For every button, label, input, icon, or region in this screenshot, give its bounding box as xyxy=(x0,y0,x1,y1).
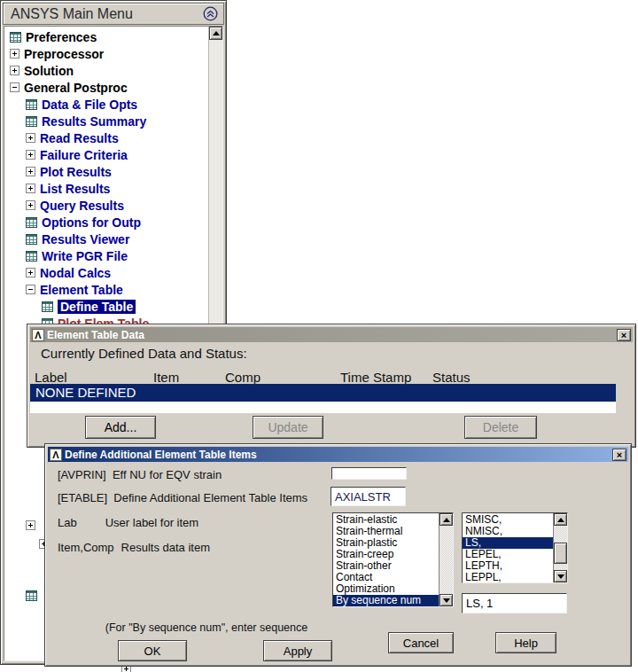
define-element-table-items-dialog: Λ Define Additional Element Table Items … xyxy=(44,443,632,667)
scroll-up-button[interactable] xyxy=(440,513,453,526)
list-item[interactable]: LEPPL, xyxy=(463,572,553,582)
comp-listbox[interactable]: SMISC, NMISC, LS, LEPEL, LEPTH, LEPPL, xyxy=(462,512,568,583)
expand-icon[interactable] xyxy=(26,133,35,143)
dialog1-titlebar[interactable]: Λ Element Table Data × xyxy=(30,327,633,342)
table-icon xyxy=(26,234,37,245)
column-header-label: Label xyxy=(35,370,67,385)
expand-icon[interactable] xyxy=(26,268,35,277)
defined-data-heading: Currently Defined Data and Status: xyxy=(41,346,247,361)
tree-item-general-postproc[interactable]: General Postproc xyxy=(4,79,207,96)
tree-item-results-summary[interactable]: Results Summary xyxy=(4,113,207,129)
tree-item-list-results[interactable]: List Results xyxy=(4,180,207,197)
cancel-button[interactable]: Cancel xyxy=(388,632,454,653)
column-header-time-stamp: Time Stamp xyxy=(340,370,411,385)
expand-icon[interactable] xyxy=(26,150,35,160)
expand-icon[interactable] xyxy=(26,167,35,176)
help-button[interactable]: Help xyxy=(495,632,556,653)
lab-desc: User label for item xyxy=(105,516,198,529)
selection-input[interactable] xyxy=(462,593,567,613)
tree-item-element-table[interactable]: Element Table xyxy=(4,281,207,298)
expand-icon[interactable] xyxy=(10,49,19,59)
etable-label: [ETABLE] Define Additional Element Table… xyxy=(58,491,307,504)
ansys-app-icon: Λ xyxy=(50,449,62,461)
main-menu-titlebar[interactable]: ANSYS Main Menu xyxy=(3,3,224,25)
dialog2-title: Define Additional Element Table Items xyxy=(65,449,610,461)
add-button[interactable]: Add... xyxy=(85,416,156,439)
list-item[interactable]: NONE DEFINED xyxy=(30,384,616,402)
lab-label: LabUser label for item xyxy=(58,516,198,529)
scroll-down-button[interactable] xyxy=(440,594,453,606)
table-icon xyxy=(26,251,37,262)
scroll-down-button[interactable] xyxy=(554,570,567,582)
collapse-panel-icon[interactable] xyxy=(203,6,218,21)
menu-tree: Preferences Preprocessor Solution Genera… xyxy=(4,28,207,332)
user-label-input[interactable] xyxy=(331,487,406,506)
tree-item-plot-results[interactable]: Plot Results xyxy=(4,163,207,180)
tree-item-options-for-outp[interactable]: Options for Outp xyxy=(4,214,207,231)
tree-item-failure-criteria[interactable]: Failure Criteria xyxy=(4,146,207,163)
tree-item-preprocessor[interactable]: Preprocessor xyxy=(4,45,207,62)
delete-button: Delete xyxy=(464,416,537,439)
tree-item-preferences[interactable]: Preferences xyxy=(4,28,207,45)
note-line: (For "By sequence num", enter sequence xyxy=(98,618,315,637)
tree-item-nodal-calcs[interactable]: Nodal Calcs xyxy=(4,264,207,281)
screen: ANSYS Main Menu Preferences Preprocessor… xyxy=(0,0,638,672)
tree-item-results-viewer[interactable]: Results Viewer xyxy=(4,231,207,247)
column-header-item: Item xyxy=(153,370,179,385)
item-listbox[interactable]: Strain-elastic Strain-thermal Strain-pla… xyxy=(332,512,454,607)
table-icon xyxy=(26,590,37,601)
ansys-app-icon: Λ xyxy=(32,329,44,341)
column-header-comp: Comp xyxy=(225,370,261,385)
element-table-data-dialog: Λ Element Table Data × Currently Defined… xyxy=(27,324,636,448)
table-icon xyxy=(26,217,37,228)
collapse-icon[interactable] xyxy=(10,82,19,92)
tree-item-define-table[interactable]: Define Table xyxy=(4,298,207,315)
itemcomp-desc: Results data item xyxy=(121,541,210,554)
item-list-scrollbar[interactable] xyxy=(439,513,453,606)
avprin-input[interactable] xyxy=(331,467,407,480)
table-icon xyxy=(42,301,53,312)
apply-button[interactable]: Apply xyxy=(263,640,332,661)
expand-icon[interactable] xyxy=(10,66,19,75)
expand-icon[interactable] xyxy=(26,200,35,210)
column-header-status: Status xyxy=(432,370,471,385)
table-icon xyxy=(26,116,37,127)
expand-icon[interactable] xyxy=(26,520,35,530)
expand-icon[interactable] xyxy=(26,184,35,193)
comp-list-scrollbar[interactable] xyxy=(553,513,567,582)
lab-code: Lab xyxy=(58,516,77,529)
avprin-label: [AVPRIN] Eff NU for EQV strain xyxy=(58,468,222,481)
dialog1-title: Element Table Data xyxy=(47,329,614,341)
itemcomp-label: Item,CompResults data item xyxy=(58,541,210,554)
scroll-thumb[interactable] xyxy=(554,543,567,564)
scroll-up-button[interactable] xyxy=(554,513,567,526)
list-item-selected[interactable]: By sequence num xyxy=(333,595,439,606)
scroll-up-button[interactable] xyxy=(209,27,222,40)
tree-item-solution[interactable]: Solution xyxy=(4,62,207,79)
dialog2-titlebar[interactable]: Λ Define Additional Element Table Items … xyxy=(48,447,628,462)
tree-item-data-file-opts[interactable]: Data & File Opts xyxy=(4,96,207,113)
tree-item-query-results[interactable]: Query Results xyxy=(4,197,207,214)
defined-data-list[interactable]: NONE DEFINED xyxy=(30,384,616,413)
table-icon xyxy=(26,99,37,110)
tree-item-read-results[interactable]: Read Results xyxy=(4,129,207,146)
collapse-icon[interactable] xyxy=(26,285,35,294)
itemcomp-code: Item,Comp xyxy=(58,541,114,554)
update-button: Update xyxy=(253,416,323,439)
main-menu-title: ANSYS Main Menu xyxy=(11,6,133,22)
ok-button[interactable]: OK xyxy=(118,640,187,661)
close-icon[interactable]: × xyxy=(617,329,631,341)
tree-item-write-pgr-file[interactable]: Write PGR File xyxy=(4,247,207,264)
table-icon xyxy=(10,32,21,43)
close-icon[interactable]: × xyxy=(612,449,626,461)
